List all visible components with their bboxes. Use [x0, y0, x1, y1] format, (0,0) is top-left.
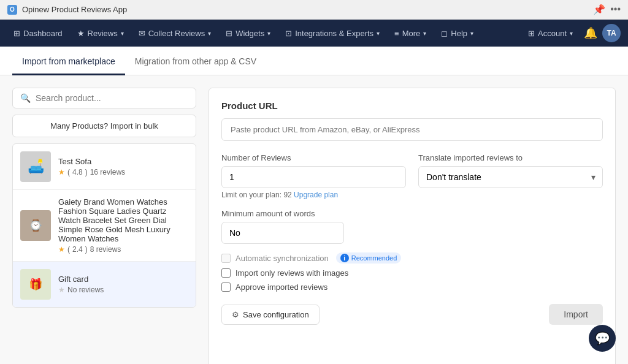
chevron-down-icon: ▾: [377, 30, 380, 37]
nav-item-more[interactable]: ≡ More ▾: [388, 25, 432, 42]
star-icon: ★: [58, 245, 65, 254]
tabs: Import from marketplace Migration from o…: [0, 47, 628, 75]
images-only-checkbox[interactable]: [221, 268, 231, 278]
navbar: ⊞ Dashboard ★ Reviews ▾ ✉ Collect Review…: [0, 20, 628, 47]
product-item-test-sofa[interactable]: 🛋️ Test Sofa ★ (4.8) 16 reviews: [13, 144, 196, 190]
nav-item-collect-reviews[interactable]: ✉ Collect Reviews ▾: [132, 25, 217, 42]
rating-value: (: [67, 168, 70, 176]
star-icon: ★: [58, 286, 65, 294]
review-count: No reviews: [67, 286, 104, 294]
num-reviews-label: Number of Reviews: [221, 153, 406, 162]
app-title: Opinew Product Reviews App: [22, 5, 127, 14]
review-count: 16 reviews: [90, 168, 125, 176]
product-item-giftcard[interactable]: 🎁 Gift card ★ No reviews: [13, 262, 196, 307]
checkbox-group: Automatic synchronization i Recommended …: [221, 252, 603, 292]
avatar[interactable]: TA: [602, 24, 621, 42]
notification-bell-icon[interactable]: 🔔: [584, 26, 597, 40]
more-icon[interactable]: •••: [610, 4, 621, 15]
auto-sync-checkbox-item[interactable]: Automatic synchronization i Recommended: [221, 252, 603, 264]
num-reviews-input[interactable]: [221, 166, 406, 188]
product-thumbnail: ⌚: [20, 210, 51, 241]
pin-icon[interactable]: 📌: [593, 4, 605, 15]
star-icon: ★: [58, 168, 65, 176]
chevron-down-icon: ▾: [267, 30, 270, 37]
product-rating: ★ (2.4) 8 reviews: [58, 245, 188, 254]
search-input[interactable]: [36, 93, 188, 103]
product-url-input[interactable]: [221, 118, 603, 141]
import-button[interactable]: Import: [549, 304, 603, 325]
product-thumbnail: 🎁: [20, 269, 51, 300]
account-icon: ⊞: [528, 29, 535, 38]
num-reviews-group: Number of Reviews Limit on your plan: 92…: [221, 153, 406, 199]
gear-icon: ⚙: [232, 310, 239, 319]
save-config-button[interactable]: ⚙ Save configuration: [221, 305, 320, 325]
min-words-label: Minimum amount of words: [221, 209, 603, 218]
giftcard-icon: 🎁: [29, 278, 42, 291]
widgets-icon: ⊟: [226, 29, 232, 38]
more-nav-icon: ≡: [394, 29, 399, 38]
nav-right: ⊞ Account ▾ 🔔 TA: [522, 24, 621, 42]
upgrade-text: Limit on your plan: 92 Upgrade plan: [221, 191, 406, 199]
left-panel: 🔍 Many Products? Import in bulk 🛋️ Test …: [12, 88, 196, 364]
product-name: Gift card: [58, 275, 188, 284]
upgrade-plan-link[interactable]: Upgrade plan: [294, 191, 338, 199]
chevron-down-icon: ▾: [208, 30, 211, 37]
import-bulk-button[interactable]: Many Products? Import in bulk: [12, 115, 196, 137]
watch-icon: ⌚: [29, 219, 42, 232]
chat-widget[interactable]: 💬: [589, 325, 616, 352]
product-name: Test Sofa: [58, 157, 188, 166]
approve-checkbox-item[interactable]: Approve imported reviews: [221, 282, 603, 292]
info-icon: i: [340, 254, 349, 262]
product-info: Gift card ★ No reviews: [58, 275, 188, 294]
translate-select[interactable]: Don't translate English Spanish French G…: [418, 166, 603, 188]
product-info: Test Sofa ★ (4.8) 16 reviews: [58, 157, 188, 176]
titlebar-controls[interactable]: 📌 •••: [593, 4, 621, 15]
reviews-icon: ★: [77, 29, 85, 38]
review-count: 8 reviews: [90, 245, 121, 254]
main-content: Import from marketplace Migration from o…: [0, 47, 628, 364]
chevron-down-icon: ▾: [570, 30, 573, 37]
nav-item-widgets[interactable]: ⊟ Widgets ▾: [220, 25, 277, 42]
dashboard-icon: ⊞: [13, 29, 20, 38]
nav-item-integrations[interactable]: ⊡ Integrations & Experts ▾: [279, 25, 386, 42]
recommended-badge: i Recommended: [336, 252, 402, 264]
product-url-title: Product URL: [221, 100, 603, 111]
sofa-icon: 🛋️: [28, 159, 44, 175]
content-area: 🔍 Many Products? Import in bulk 🛋️ Test …: [0, 75, 628, 364]
button-row: ⚙ Save configuration Import: [221, 304, 603, 325]
chat-icon: 💬: [595, 331, 610, 346]
chevron-down-icon: ▾: [470, 30, 473, 37]
images-only-checkbox-item[interactable]: Import only reviews with images: [221, 268, 603, 278]
min-words-input[interactable]: [221, 222, 344, 244]
help-icon: ◻: [441, 29, 448, 38]
product-list: 🛋️ Test Sofa ★ (4.8) 16 reviews ⌚: [12, 143, 196, 308]
tab-migration[interactable]: Migration from other app & CSV: [125, 47, 266, 75]
auto-sync-checkbox[interactable]: [221, 254, 231, 263]
product-info: Gaiety Brand Women Watches Fashion Squar…: [58, 197, 188, 254]
translate-label: Translate imported reviews to: [418, 153, 603, 162]
collect-icon: ✉: [139, 29, 145, 38]
form-row-1: Number of Reviews Limit on your plan: 92…: [221, 153, 603, 199]
search-box[interactable]: 🔍: [12, 88, 196, 108]
approve-checkbox[interactable]: [221, 282, 231, 292]
right-panel: Product URL Number of Reviews Limit on y…: [209, 88, 616, 364]
titlebar: O Opinew Product Reviews App 📌 •••: [0, 0, 628, 20]
app-icon: O: [7, 5, 17, 15]
nav-item-reviews[interactable]: ★ Reviews ▾: [71, 25, 130, 42]
product-name: Gaiety Brand Women Watches Fashion Squar…: [58, 197, 188, 243]
product-rating: ★ (4.8) 16 reviews: [58, 168, 188, 176]
product-thumbnail: 🛋️: [20, 151, 51, 182]
chevron-down-icon: ▾: [423, 30, 426, 37]
integrations-icon: ⊡: [285, 29, 292, 38]
translate-group: Translate imported reviews to Don't tran…: [418, 153, 603, 199]
product-rating: ★ No reviews: [58, 286, 188, 294]
nav-item-help[interactable]: ◻ Help ▾: [435, 25, 480, 42]
tab-import-marketplace[interactable]: Import from marketplace: [12, 47, 125, 75]
product-item-watches[interactable]: ⌚ Gaiety Brand Women Watches Fashion Squ…: [13, 190, 196, 262]
nav-item-dashboard[interactable]: ⊞ Dashboard: [7, 25, 69, 42]
translate-select-wrapper: Don't translate English Spanish French G…: [418, 166, 603, 188]
chevron-down-icon: ▾: [121, 30, 124, 37]
nav-item-account[interactable]: ⊞ Account ▾: [522, 25, 579, 42]
search-icon: 🔍: [20, 93, 31, 103]
